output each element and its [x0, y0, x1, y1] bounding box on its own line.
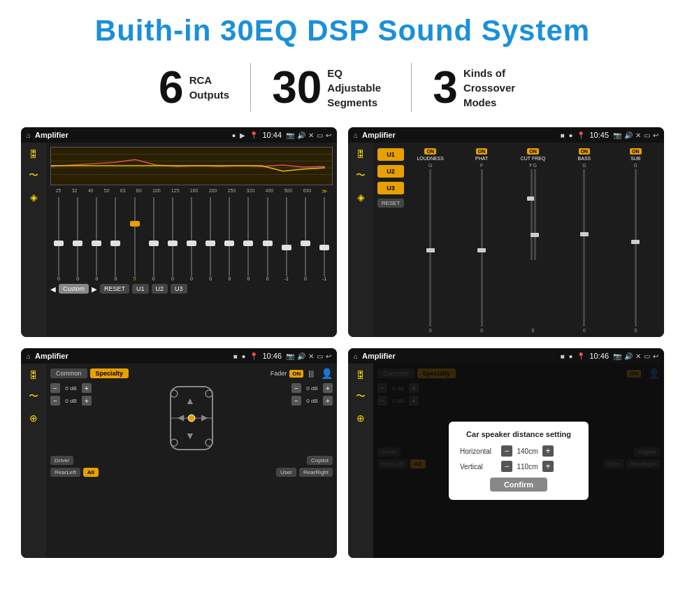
dialog-vertical-minus[interactable]: −	[501, 461, 512, 472]
cs-specialty-tab[interactable]: Specialty	[90, 368, 129, 378]
nav-eq-btn-3[interactable]: 🎛	[29, 369, 38, 380]
nav-vol-btn-2[interactable]: ◈	[357, 192, 365, 203]
db-value-fl: 0 dB	[62, 385, 80, 392]
db-control-fr: − 0 dB +	[291, 383, 333, 393]
eq-slider-7: 0	[183, 197, 200, 281]
eq-u1-btn[interactable]: U1	[132, 284, 149, 294]
amp2-u2-btn[interactable]: U2	[377, 165, 404, 178]
eq-slider-1: 0	[69, 197, 86, 281]
eq-next-btn[interactable]: ▶	[92, 285, 97, 293]
feature-rca: 6 RCA Outputs	[138, 65, 250, 110]
db-minus-fl[interactable]: −	[50, 383, 60, 393]
nav-eq-btn[interactable]: 🎛	[29, 148, 38, 159]
amp-ch-bass: ON BASS G 0	[560, 147, 608, 333]
db-plus-fr[interactable]: +	[323, 383, 333, 393]
vol-icon-1: 🔊	[297, 131, 305, 139]
dialog-main: Common Specialty ON 👤 −0 dB+ −0 dB+	[373, 364, 664, 558]
amp2-reset-btn[interactable]: RESET	[377, 199, 404, 208]
eq-slider-11: 0	[259, 197, 276, 281]
floor-buttons: Driver Copilot	[50, 456, 333, 465]
side-nav-2: 🎛 〜 ◈	[348, 143, 373, 337]
nav-eq-btn-4[interactable]: 🎛	[356, 369, 366, 380]
eq-u3-btn[interactable]: U3	[171, 284, 187, 294]
back-icon-2[interactable]: ↩	[653, 131, 658, 139]
eq-u2-btn[interactable]: U2	[152, 284, 168, 294]
dialog-title: Car speaker distance setting	[460, 430, 577, 438]
feature-crossover-desc: Kinds of Crossover Modes	[463, 66, 526, 110]
db-plus-rr[interactable]: +	[323, 396, 333, 406]
page-title: Buith-in 30EQ DSP Sound System	[95, 14, 590, 48]
rect-icon-1: ▭	[317, 131, 323, 139]
dialog-horizontal-value: 140cm	[515, 447, 540, 455]
amp2-grid: U1 U2 U3 RESET ON LOUDNESS G	[377, 147, 660, 333]
nav-vol-btn[interactable]: ◈	[30, 192, 38, 203]
user-btn[interactable]: User	[276, 468, 296, 477]
status-title-3: Amplifier	[35, 352, 229, 360]
all-btn[interactable]: All	[83, 468, 99, 477]
dialog-vertical-plus[interactable]: +	[542, 461, 554, 472]
statusbar-1: ⌂ Amplifier ● ▶ 📍 10:44 📷 🔊 ✕ ▭ ↩	[21, 127, 337, 143]
screen-content-1: 🎛 〜 ◈	[21, 143, 337, 337]
eq-freq-labels: 25 32 40 50 63 80 100 125 160 200 250 32…	[50, 188, 333, 194]
rearleft-btn[interactable]: RearLeft	[50, 468, 80, 477]
amp-ch-sub: ON SUB G 0	[612, 147, 660, 333]
screen-content-4: 🎛 〜 ⊕ Common Specialty ON 👤	[348, 364, 664, 558]
loc-icon-3: 📍	[250, 352, 258, 360]
eq-custom-btn[interactable]: Custom	[59, 284, 89, 294]
dot-icon-1: ●	[231, 131, 236, 139]
nav-expand-btn-4[interactable]: ⊕	[356, 413, 365, 424]
speaker-diagram: ▲ ▼ ◀ ▶	[96, 383, 287, 453]
cs-common-tab[interactable]: Common	[50, 368, 87, 378]
screen-common: ⌂ Amplifier ■ ● 📍 10:46 📷 🔊 ✕ ▭ ↩ 🎛 〜	[21, 348, 337, 558]
cs-tabs-row: Common Specialty Fader ON ||| 👤	[50, 368, 333, 379]
eq-slider-2: 0	[88, 197, 105, 281]
play-icon-1[interactable]: ▶	[240, 131, 245, 139]
eq-prev-btn[interactable]: ◀	[50, 285, 56, 293]
dialog-horizontal-plus[interactable]: +	[542, 445, 554, 457]
db-plus-fl[interactable]: +	[82, 383, 92, 393]
status-time-2: 10:45	[589, 131, 609, 139]
db-minus-rr[interactable]: −	[291, 396, 301, 406]
eq-reset-btn[interactable]: RESET	[100, 284, 129, 294]
svg-point-13	[171, 439, 178, 446]
amp2-u3-btn[interactable]: U3	[377, 182, 404, 194]
cam-icon-1: 📷	[286, 131, 294, 139]
feature-crossover-number: 3	[433, 65, 458, 110]
dialog-horizontal-minus[interactable]: −	[501, 445, 512, 457]
db-value-rl: 0 dB	[62, 398, 80, 404]
fader-on-badge: ON	[289, 370, 303, 378]
feature-eq: 30 EQ Adjustable Segments	[251, 65, 411, 110]
db-minus-rl[interactable]: −	[50, 396, 60, 406]
eq-slider-0: 0	[50, 197, 67, 281]
svg-point-10	[188, 415, 195, 422]
nav-wave-btn-3[interactable]: 〜	[29, 390, 38, 403]
svg-text:▼: ▼	[185, 430, 195, 441]
eq-slider-8: 0	[202, 197, 219, 281]
driver-btn[interactable]: Driver	[50, 456, 73, 465]
db-minus-fr[interactable]: −	[291, 383, 301, 393]
person-icon[interactable]: 👤	[321, 368, 333, 379]
copilot-btn[interactable]: Copilot	[307, 456, 333, 465]
nav-wave-btn-2[interactable]: 〜	[356, 169, 366, 182]
svg-point-14	[206, 439, 212, 446]
home-icon-4[interactable]: ⌂	[354, 352, 358, 360]
home-icon-3[interactable]: ⌂	[27, 352, 31, 360]
nav-expand-btn-3[interactable]: ⊕	[29, 413, 38, 424]
nav-wave-btn-4[interactable]: 〜	[356, 390, 366, 403]
rearright-btn[interactable]: RearRight	[299, 468, 333, 477]
back-icon-1[interactable]: ↩	[326, 131, 331, 139]
eq-slider-3: 0	[107, 197, 124, 281]
dialog-confirm-btn[interactable]: Confirm	[490, 478, 547, 492]
nav-wave-btn[interactable]: 〜	[29, 169, 38, 182]
eq-slider-9: 0	[221, 197, 238, 281]
back-icon-3[interactable]: ↩	[326, 352, 331, 360]
db-plus-rl[interactable]: +	[82, 396, 92, 406]
screen-dialog: ⌂ Amplifier ■ ● 📍 10:46 📷 🔊 ✕ ▭ ↩ 🎛 〜	[348, 348, 664, 558]
eq-graph	[50, 147, 333, 185]
home-icon-2[interactable]: ⌂	[354, 131, 358, 139]
home-icon[interactable]: ⌂	[27, 131, 31, 139]
svg-text:▲: ▲	[185, 395, 195, 406]
nav-eq-btn-2[interactable]: 🎛	[356, 148, 366, 159]
amp2-u1-btn[interactable]: U1	[377, 148, 404, 161]
back-icon-4[interactable]: ↩	[653, 352, 658, 360]
